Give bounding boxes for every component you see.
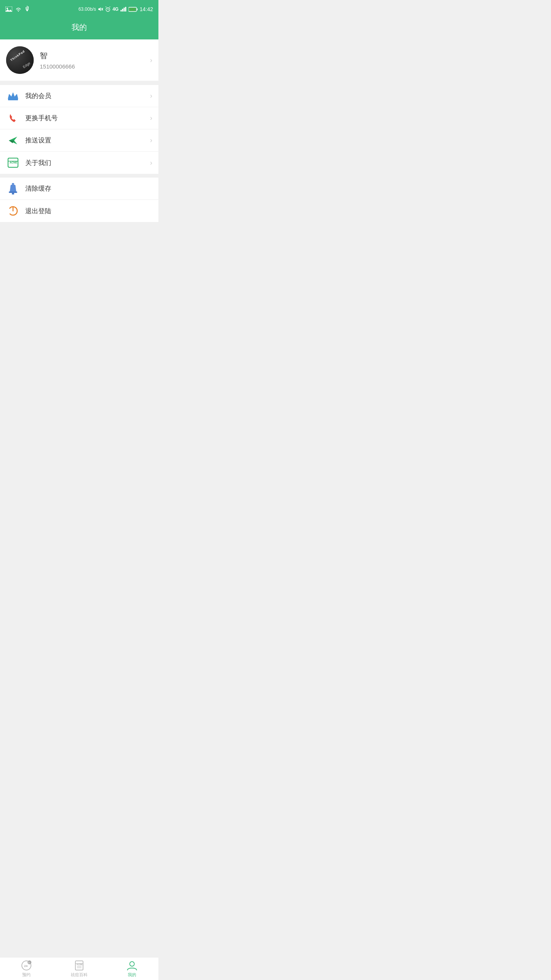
- status-icons-left: [5, 6, 30, 13]
- svg-point-1: [7, 8, 8, 9]
- network-type: 4G: [112, 7, 119, 12]
- push-settings-arrow: ›: [150, 136, 152, 144]
- svg-line-15: [109, 7, 110, 7]
- svg-rect-23: [8, 99, 18, 100]
- menu-item-push-settings[interactable]: 推送设置 ›: [0, 129, 158, 152]
- phone-icon: [6, 111, 20, 125]
- svg-rect-21: [129, 8, 135, 11]
- crown-icon: [6, 89, 20, 103]
- svg-text:ACNE: ACNE: [10, 161, 17, 164]
- svg-rect-22: [137, 8, 137, 10]
- svg-line-13: [108, 10, 109, 10]
- avatar: ThinkPad Edge: [6, 46, 34, 74]
- status-info-right: 63.00b/s 4G 14:42: [78, 6, 153, 12]
- image-icon: [5, 7, 12, 12]
- menu-item-logout[interactable]: 退出登陆: [0, 200, 158, 222]
- edge-logo-text: Edge: [22, 61, 31, 69]
- svg-rect-17: [122, 9, 123, 11]
- menu-item-membership[interactable]: 我的会员 ›: [0, 85, 158, 107]
- svg-line-14: [106, 7, 106, 7]
- clear-cache-label: 清除缓存: [25, 184, 152, 193]
- membership-arrow: ›: [150, 92, 152, 100]
- page-title: 我的: [72, 23, 87, 31]
- svg-rect-16: [121, 10, 122, 11]
- empty-area: [0, 222, 158, 337]
- send-icon: [6, 134, 20, 147]
- svg-rect-8: [28, 7, 29, 7]
- menu-group-2: 清除缓存 退出登陆: [0, 178, 158, 222]
- profile-section[interactable]: ThinkPad Edge 智 15100006666 ›: [0, 39, 158, 81]
- divider-2: [0, 174, 158, 178]
- acne-icon: ACNE: [6, 156, 20, 170]
- profile-info: 智 15100006666: [40, 51, 150, 70]
- about-label: 关于我们: [25, 158, 150, 167]
- svg-rect-18: [124, 8, 125, 11]
- battery-icon: [129, 7, 138, 12]
- logout-label: 退出登陆: [25, 207, 152, 216]
- mute-icon: [98, 7, 103, 12]
- user-phone: 15100006666: [40, 63, 150, 70]
- page-header: 我的: [0, 18, 158, 39]
- menu-group-1: 我的会员 › 更换手机号 › 推送设置 ›: [0, 85, 158, 174]
- power-icon: [6, 204, 20, 218]
- push-settings-label: 推送设置: [25, 136, 150, 145]
- menu-item-clear-cache[interactable]: 清除缓存: [0, 178, 158, 200]
- bell-icon: [6, 182, 20, 196]
- menu-item-about[interactable]: ACNE 关于我们 ›: [0, 152, 158, 174]
- divider-1: [0, 81, 158, 85]
- svg-rect-28: [12, 183, 14, 185]
- wifi-icon: [15, 7, 21, 12]
- network-speed: 63.00b/s: [78, 7, 96, 12]
- profile-arrow-icon: ›: [150, 56, 152, 64]
- status-bar: 63.00b/s 4G 14:42: [0, 0, 158, 18]
- about-arrow: ›: [150, 159, 152, 167]
- thinkpad-logo-text: ThinkPad: [10, 49, 25, 62]
- change-phone-label: 更换手机号: [25, 114, 150, 122]
- membership-label: 我的会员: [25, 91, 150, 100]
- svg-rect-7: [26, 7, 26, 8]
- menu-item-change-phone[interactable]: 更换手机号 ›: [0, 107, 158, 129]
- usb-icon: [24, 6, 30, 13]
- time: 14:42: [140, 6, 153, 12]
- signal-icon: [121, 7, 127, 11]
- user-name: 智: [40, 51, 150, 61]
- svg-rect-19: [125, 7, 126, 11]
- change-phone-arrow: ›: [150, 114, 152, 122]
- alarm-icon: [105, 7, 111, 12]
